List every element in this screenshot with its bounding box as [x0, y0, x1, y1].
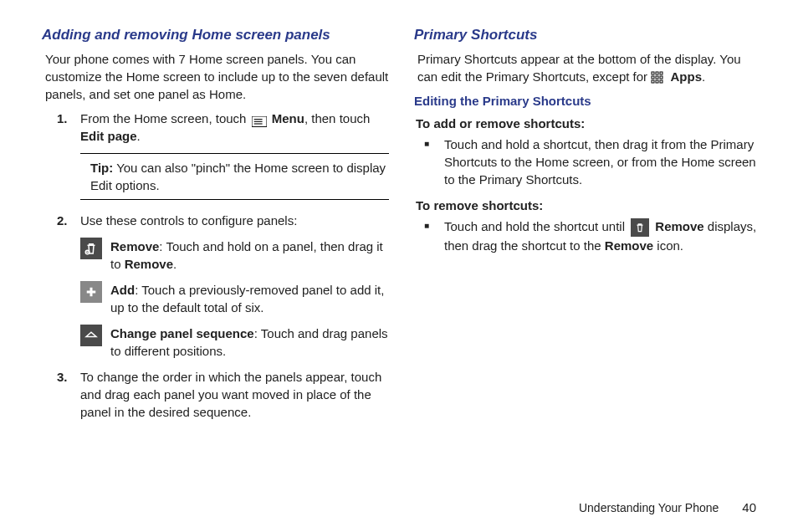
menu-label: Menu — [272, 111, 304, 125]
remove-label: Remove — [110, 239, 159, 253]
svg-rect-14 — [652, 80, 654, 83]
page-number: 40 — [742, 500, 756, 514]
heading-primary-shortcuts: Primary Shortcuts — [414, 25, 761, 45]
step1-text-c: . — [137, 129, 141, 143]
primary-intro: Primary Shortcuts appear at the bottom o… — [417, 50, 761, 85]
add-control-row: Add: Touch a previously-removed panel to… — [80, 281, 389, 316]
apps-grid-icon — [651, 71, 664, 84]
remove-bold2: Remove — [125, 257, 173, 271]
right-column: Primary Shortcuts Primary Shortcuts appe… — [414, 25, 761, 429]
tip-box: Tip: You can also "pinch" the Home scree… — [80, 153, 389, 200]
svg-rect-12 — [656, 76, 658, 79]
svg-rect-16 — [660, 80, 662, 83]
step-2: Use these controls to configure panels: … — [64, 212, 389, 360]
remove-text2: . — [173, 257, 176, 271]
page-footer: Understanding Your Phone40 — [579, 499, 756, 517]
remove-shortcut-icon — [631, 218, 649, 237]
step-3: To change the order in which the panels … — [64, 368, 389, 421]
step3-text: To change the order in which the panels … — [80, 370, 381, 419]
svg-rect-9 — [656, 72, 658, 74]
step1-text-a: From the Home screen, touch — [80, 111, 250, 125]
remove-control-row: Remove: Touch and hold on a panel, then … — [80, 238, 389, 273]
add-text: : Touch a previously-removed panel to ad… — [110, 283, 384, 315]
svg-rect-13 — [660, 76, 662, 79]
apps-label: Apps — [670, 69, 702, 84]
change-control-row: Change panel sequence: Touch and drag pa… — [80, 325, 389, 360]
change-sequence-icon — [80, 325, 102, 346]
remove-bold-2: Remove — [605, 238, 653, 253]
step2-text: Use these controls to configure panels: — [80, 213, 297, 228]
left-column: Adding and removing Home screen panels Y… — [42, 25, 389, 429]
remove-t3: icon. — [653, 238, 683, 253]
step-1: From the Home screen, touch Menu, then t… — [64, 110, 389, 200]
heading-adding-removing: Adding and removing Home screen panels — [42, 25, 389, 45]
tip-label: Tip: — [90, 161, 113, 175]
add-icon — [80, 281, 102, 303]
remove-t1: Touch and hold the shortcut until — [444, 219, 628, 233]
intro-home-panels: Your phone comes with 7 Home screen pane… — [45, 50, 389, 103]
subheading-editing: Editing the Primary Shortcuts — [414, 92, 761, 110]
remove-bold: Remove — [655, 219, 703, 233]
step1-text-b: , then touch — [304, 111, 370, 125]
remove-icon — [80, 238, 102, 259]
menu-icon — [252, 114, 267, 125]
add-remove-item: Touch and hold a shortcut, then drag it … — [436, 136, 761, 188]
tip-text: You can also "pinch" the Home screen to … — [90, 161, 386, 192]
chapter-title: Understanding Your Phone — [579, 501, 719, 514]
remove-item: Touch and hold the shortcut until Remove… — [436, 217, 761, 254]
intro-c: . — [702, 69, 705, 84]
change-label: Change panel sequence — [110, 326, 254, 340]
svg-rect-10 — [660, 72, 662, 74]
add-label: Add — [110, 283, 135, 297]
svg-rect-8 — [652, 72, 654, 74]
edit-page-label: Edit page — [80, 129, 137, 143]
add-remove-text: Touch and hold a shortcut, then drag it … — [444, 137, 756, 187]
to-remove-heading: To remove shortcuts: — [416, 197, 761, 214]
svg-rect-11 — [652, 76, 654, 79]
to-add-remove-heading: To add or remove shortcuts: — [416, 115, 761, 132]
svg-rect-15 — [656, 80, 658, 83]
